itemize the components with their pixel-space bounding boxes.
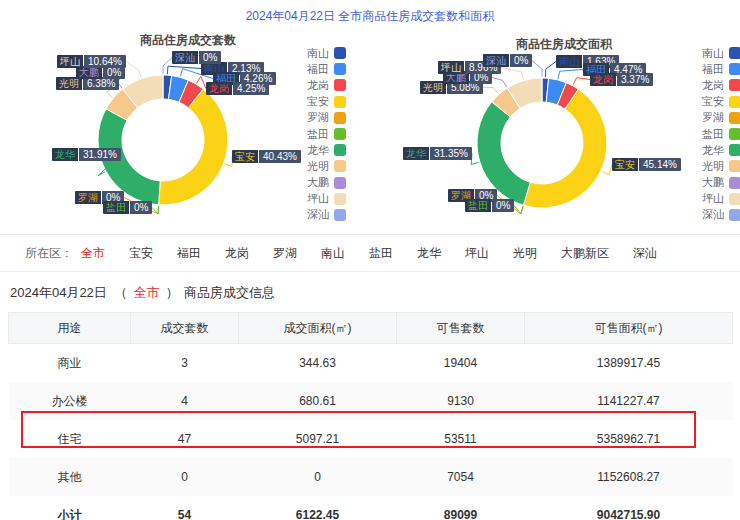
legend-item-南山[interactable]: 南山 [695, 45, 740, 61]
legend-item-南山[interactable]: 南山 [300, 45, 346, 61]
legend-label: 宝安 [702, 94, 724, 109]
legend-item-宝安[interactable]: 宝安 [695, 94, 740, 110]
legend-item-坪山[interactable]: 坪山 [695, 191, 740, 207]
callout-percent-value: 3.37% [617, 73, 653, 86]
legend-item-大鹏[interactable]: 大鹏 [300, 175, 346, 191]
legend-item-盐田[interactable]: 盐田 [695, 126, 740, 142]
slice-callout-label: 宝安45.14% [612, 158, 681, 171]
filter-option-坪山[interactable]: 坪山 [465, 245, 489, 262]
legend-swatch-icon [729, 112, 740, 124]
callout-district-name: 盐田 [103, 201, 129, 214]
filter-option-南山[interactable]: 南山 [321, 245, 345, 262]
table-cell: 9042715.90 [525, 496, 733, 520]
table-section-title: 2024年04月22日 （全市） 商品房成交信息 [0, 272, 740, 312]
legend-item-光明[interactable]: 光明 [695, 158, 740, 174]
callout-district-name: 罗湖 [75, 191, 101, 204]
transactions-table: 用途成交套数成交面积(㎡)可售套数可售面积(㎡) 商业3344.63194041… [8, 312, 733, 520]
section-scope: 全市 [133, 285, 159, 300]
legend-item-罗湖[interactable]: 罗湖 [695, 110, 740, 126]
table-cell: 住宅 [9, 420, 131, 458]
slice-callout-label: 深汕0% [483, 54, 532, 67]
filter-option-福田[interactable]: 福田 [177, 245, 201, 262]
filter-option-宝安[interactable]: 宝安 [129, 245, 153, 262]
legend-item-宝安[interactable]: 宝安 [300, 94, 346, 110]
filter-option-盐田[interactable]: 盐田 [369, 245, 393, 262]
legend-swatch-icon [729, 79, 740, 91]
slice-callout-label: 宝安40.43% [232, 150, 301, 163]
table-cell: 5358962.71 [525, 420, 733, 458]
column-header: 可售面积(㎡) [525, 313, 733, 344]
section-label: 商品房成交信息 [184, 285, 275, 300]
legend-label: 深汕 [307, 207, 329, 222]
legend-item-罗湖[interactable]: 罗湖 [300, 110, 346, 126]
table-cell: 其他 [9, 458, 131, 496]
legend-label: 盐田 [307, 127, 329, 142]
callout-leader-line [532, 61, 542, 78]
legend-item-光明[interactable]: 光明 [300, 158, 346, 174]
table-cell: 小计 [9, 496, 131, 520]
legend-item-龙华[interactable]: 龙华 [300, 142, 346, 158]
legend-label: 龙华 [307, 143, 329, 158]
legend-item-龙华[interactable]: 龙华 [695, 142, 740, 158]
callout-district-name: 盐田 [465, 199, 491, 212]
filter-option-龙岗[interactable]: 龙岗 [225, 245, 249, 262]
table-row: 商业3344.63194041389917.45 [9, 344, 733, 383]
filter-option-大鹏新区[interactable]: 大鹏新区 [561, 245, 609, 262]
legend-item-福田[interactable]: 福田 [300, 61, 346, 77]
legend-item-福田[interactable]: 福田 [695, 61, 740, 77]
legend-swatch-icon [334, 209, 346, 221]
legend-item-坪山[interactable]: 坪山 [300, 191, 346, 207]
legend-label: 大鹏 [702, 175, 724, 190]
table-cell: 1141227.47 [525, 382, 733, 420]
table-cell: 53511 [397, 420, 525, 458]
legend-swatch-icon [729, 144, 740, 156]
legend-swatch-icon [729, 177, 740, 189]
legend-item-深汕[interactable]: 深汕 [300, 207, 346, 223]
table-cell: 0 [131, 458, 239, 496]
callout-leader-line [483, 87, 498, 93]
legend-label: 福田 [702, 62, 724, 77]
callout-leader-line [573, 78, 590, 85]
callout-percent-value: 10.64% [84, 55, 126, 68]
legend-swatch-icon [729, 160, 740, 172]
table-cell: 1152608.27 [525, 458, 733, 496]
legend-item-龙岗[interactable]: 龙岗 [300, 77, 346, 93]
filter-option-深汕[interactable]: 深汕 [633, 245, 657, 262]
legend-label: 罗湖 [307, 110, 329, 125]
legend-swatch-icon [334, 177, 346, 189]
donut-slice-宝安[interactable] [159, 89, 228, 205]
filter-option-龙华[interactable]: 龙华 [417, 245, 441, 262]
legend-item-盐田[interactable]: 盐田 [300, 126, 346, 142]
table-cell: 商业 [9, 344, 131, 383]
legend-label: 盐田 [702, 127, 724, 142]
area-donut-chart: 商品住房成交面积 南山1.63%福田4.47%龙岗3.37%宝安45.14%罗湖… [370, 30, 740, 235]
legend-item-深汕[interactable]: 深汕 [695, 207, 740, 223]
slice-callout-label: 深汕0% [172, 51, 221, 64]
table-header-row: 用途成交套数成交面积(㎡)可售套数可售面积(㎡) [9, 313, 733, 344]
legend-item-大鹏[interactable]: 大鹏 [695, 175, 740, 191]
table-cell: 344.63 [239, 344, 397, 383]
legend-item-龙岗[interactable]: 龙岗 [695, 77, 740, 93]
legend-swatch-icon [334, 144, 346, 156]
callout-percent-value: 4.25% [233, 82, 269, 95]
filter-option-罗湖[interactable]: 罗湖 [273, 245, 297, 262]
legend-swatch-icon [334, 160, 346, 172]
legend-swatch-icon [729, 209, 740, 221]
callout-percent-value: 0% [199, 51, 221, 64]
callout-percent-value: 40.43% [259, 150, 301, 163]
filter-option-全市[interactable]: 全市 [81, 245, 105, 262]
legend-swatch-icon [729, 128, 740, 140]
callout-district-name: 南山 [556, 55, 582, 68]
legend-label: 宝安 [307, 94, 329, 109]
legend-label: 福田 [307, 62, 329, 77]
slice-callout-label: 龙岗3.37% [590, 73, 653, 86]
filter-option-光明[interactable]: 光明 [513, 245, 537, 262]
legend-swatch-icon [729, 193, 740, 205]
area-donut-plot [370, 30, 740, 235]
table-cell: 4 [131, 382, 239, 420]
slice-callout-label: 盐田0% [465, 199, 514, 212]
table-cell: 6122.45 [239, 496, 397, 520]
charts-section: 2024年04月22日 全市商品住房成交套数和面积 商品住房成交套数 南山2.1… [0, 0, 740, 235]
callout-leader-line [492, 78, 507, 88]
legend-label: 龙岗 [702, 78, 724, 93]
